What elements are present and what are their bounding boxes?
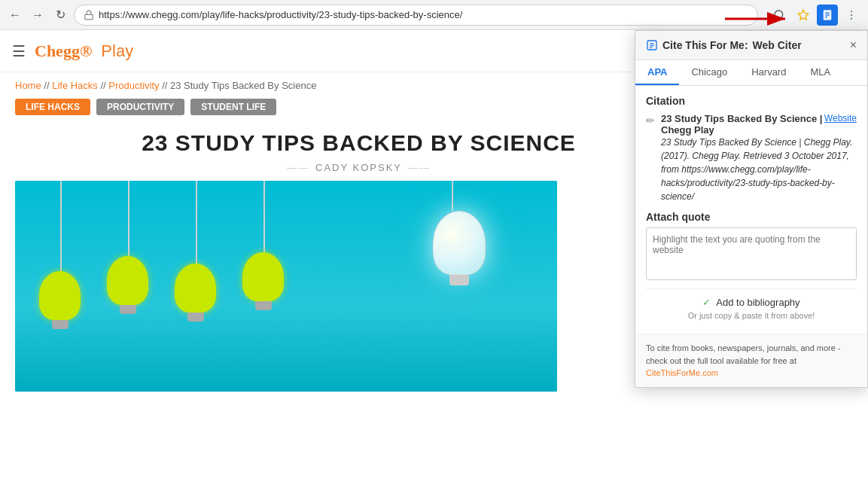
svg-rect-0: [85, 14, 93, 19]
cite-extension-button[interactable]: [817, 5, 838, 26]
citation-body: Citation ✏ 23 Study Tips Backed By Scien…: [635, 86, 867, 334]
cite-panel-icon: [646, 39, 658, 51]
article-title: 23 STUDY TIPS BACKED BY SCIENCE: [0, 123, 717, 159]
or-copy-text: Or just copy & paste it from above!: [646, 311, 857, 320]
main-content: ☰ Chegg® Play Home // Life Hacks // Prod…: [0, 30, 717, 485]
wire-1: [60, 181, 62, 271]
chegg-logo: Chegg®: [35, 41, 92, 61]
citation-panel-title: Cite This For Me: Web Citer: [646, 39, 802, 51]
citation-panel-close-button[interactable]: ×: [850, 38, 857, 52]
more-icon: [845, 9, 857, 21]
bulb-4: [242, 252, 284, 310]
breadcrumb-home[interactable]: Home: [15, 80, 41, 91]
lock-icon: [84, 10, 94, 20]
svg-point-10: [851, 17, 852, 19]
breadcrumb-sep3: //: [162, 80, 170, 91]
svg-point-8: [851, 11, 852, 12]
add-bib-label: Add to bibliography: [716, 297, 799, 308]
red-arrow-indicator: [725, 4, 800, 37]
cite-icon: [821, 9, 833, 21]
breadcrumb-life-hacks[interactable]: Life Hacks: [52, 80, 98, 91]
checkmark-icon: ✓: [702, 297, 711, 308]
tab-harvard[interactable]: Harvard: [739, 60, 798, 85]
hamburger-menu[interactable]: ☰: [12, 42, 26, 60]
bulb-glowing: [433, 211, 486, 285]
wire-5: [452, 181, 453, 211]
breadcrumb: Home // Life Hacks // Productivity // 23…: [0, 72, 717, 99]
attach-quote-textarea[interactable]: [646, 227, 857, 280]
forward-button[interactable]: →: [29, 6, 47, 24]
cite-this-for-me-link[interactable]: CiteThisForMe.com: [646, 368, 718, 377]
bulb-2: [107, 256, 148, 314]
tab-apa[interactable]: APA: [635, 60, 679, 85]
pencil-icon: ✏: [646, 114, 655, 203]
tab-chicago[interactable]: Chicago: [679, 60, 739, 85]
attach-quote-title: Attach quote: [646, 211, 857, 223]
citation-tabs: APA Chicago Harvard MLA: [635, 60, 867, 86]
cite-panel-title-text: Cite This For Me:: [662, 39, 748, 51]
citation-entry: ✏ 23 Study Tips Backed By Science | Cheg…: [646, 113, 857, 203]
hero-image: [15, 181, 557, 392]
breadcrumb-productivity[interactable]: Productivity: [108, 80, 159, 91]
chegg-header: ☰ Chegg® Play: [0, 30, 717, 72]
tags-container: LIFE HACKS PRODUCTIVITY STUDENT LIFE: [0, 99, 717, 123]
bulb-3: [175, 264, 216, 322]
breadcrumb-sep2: //: [100, 80, 108, 91]
breadcrumb-sep1: //: [44, 80, 52, 91]
add-to-bibliography-section: ✓ Add to bibliography Or just copy & pas…: [646, 288, 857, 325]
wire-2: [128, 181, 129, 256]
tag-student-life[interactable]: STUDENT LIFE: [190, 99, 276, 115]
article-author: CADY KOPSKY: [0, 159, 717, 181]
url-bar[interactable]: https://www.chegg.com/play/life-hacks/pr…: [74, 5, 758, 26]
citation-entry-title: 23 Study Tips Backed By Science | Chegg …: [661, 113, 824, 136]
play-text: Play: [101, 41, 133, 61]
citation-section-title: Citation: [646, 95, 857, 107]
url-text: https://www.chegg.com/play/life-hacks/pr…: [99, 9, 462, 20]
breadcrumb-current: 23 Study Tips Backed By Science: [170, 80, 316, 91]
back-button[interactable]: ←: [6, 6, 24, 24]
refresh-button[interactable]: ↻: [51, 6, 69, 24]
chegg-wordmark: Chegg: [35, 41, 80, 60]
wire-4: [263, 181, 265, 252]
add-to-bibliography-button[interactable]: ✓ Add to bibliography: [702, 297, 799, 308]
panel-footer: To cite from books, newspapers, journals…: [635, 334, 867, 387]
tag-productivity[interactable]: PRODUCTIVITY: [96, 99, 184, 115]
wire-3: [196, 181, 197, 264]
citation-text-block: 23 Study Tips Backed By Science | Chegg …: [661, 113, 857, 203]
citation-body-text: 23 Study Tips Backed By Science | Chegg …: [661, 136, 857, 203]
menu-button[interactable]: [841, 5, 862, 26]
tag-life-hacks[interactable]: LIFE HACKS: [15, 99, 90, 115]
tab-mla[interactable]: MLA: [798, 60, 842, 85]
svg-point-9: [851, 14, 852, 16]
footer-text: To cite from books, newspapers, journals…: [646, 343, 841, 365]
citation-website-link[interactable]: Website: [824, 113, 857, 124]
bulb-1: [39, 271, 81, 329]
cite-panel-subtitle-text: Web Citer: [753, 39, 802, 51]
citation-panel: Cite This For Me: Web Citer × APA Chicag…: [635, 30, 868, 388]
